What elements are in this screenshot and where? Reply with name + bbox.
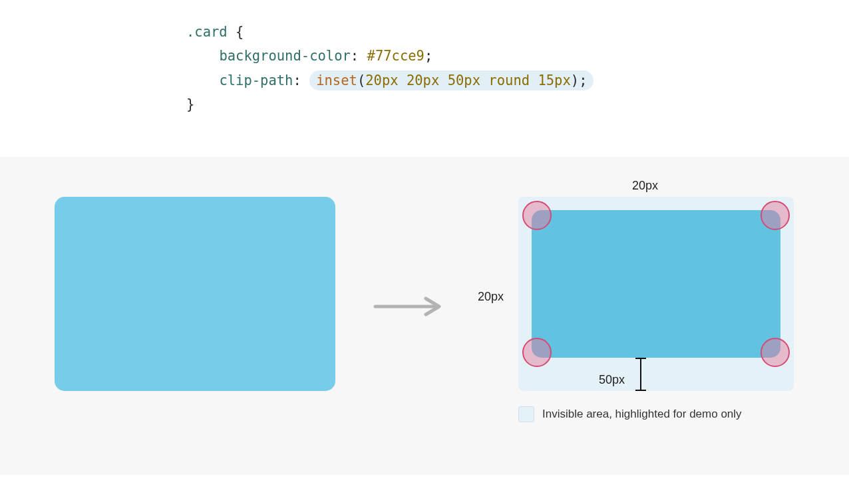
open-brace: {: [236, 24, 244, 40]
legend: Invisible area, highlighted for demo onl…: [518, 406, 742, 422]
css-highlight: inset(20px 20px 50px round 15px);: [309, 70, 594, 90]
dimension-bar-bottom: [640, 358, 641, 391]
dimension-label-top: 20px: [632, 179, 658, 193]
diagram-area: 20px 20px 50px Invisible area, highlight…: [0, 157, 849, 475]
radius-marker-top-right: [761, 201, 790, 230]
radius-marker-bottom-left: [522, 338, 552, 367]
card-clip-inner: [532, 210, 780, 358]
close-brace: }: [186, 96, 194, 112]
css-property-bg: background-color: [219, 48, 350, 64]
legend-text: Invisible area, highlighted for demo onl…: [542, 408, 742, 421]
css-code-block: .card { background-color: #77cce9; clip-…: [0, 0, 849, 157]
css-selector: .card: [186, 24, 228, 40]
legend-swatch: [518, 406, 534, 422]
card-before: [55, 197, 335, 391]
card-after-group: [518, 197, 794, 391]
css-function-name: inset: [316, 72, 357, 88]
radius-marker-top-left: [522, 201, 552, 230]
css-property-clip: clip-path: [219, 72, 293, 88]
dimension-label-left: 20px: [478, 290, 504, 304]
css-function-args: 20px 20px 50px round 15px: [365, 72, 571, 88]
css-value-bg: #77cce9: [367, 48, 424, 64]
radius-marker-bottom-right: [761, 338, 790, 367]
arrow-icon: [373, 297, 446, 316]
dimension-label-bottom: 50px: [599, 373, 625, 387]
